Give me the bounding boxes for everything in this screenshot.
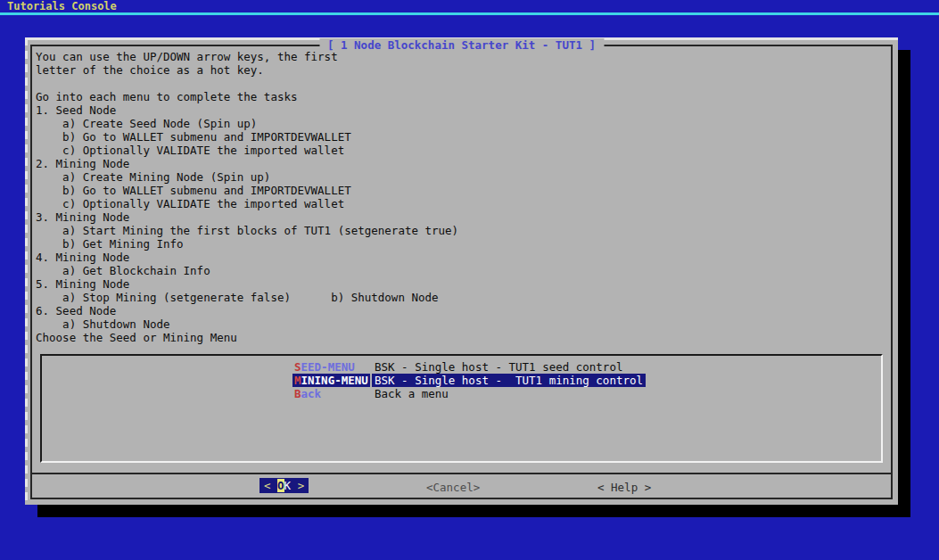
menu-tag-column: SEED-MENU [292,360,372,374]
help-button[interactable]: < Help > [597,481,651,494]
menu-item-description: BSK - Single host - TUT1 seed control [372,360,625,374]
menu-list-box: SEED-MENU BSK - Single host - TUT1 seed … [40,354,883,463]
dialog-button-strip: < OK > <Cancel> < Help > [32,473,891,498]
menu-tag-column: Back [292,387,372,400]
menu-tag-text: EED-MENU [301,360,355,374]
menu-item-description: BSK - Single host - TUT1 mining control [372,374,646,387]
cancel-button[interactable]: <Cancel> [426,481,480,494]
ok-label-rest: K [284,479,292,492]
dialog-frame: [ 1 Node Blockchain Starter Kit - TUT1 ]… [30,45,893,499]
menu-hotkey: S [294,360,301,374]
menu-item-seed-menu[interactable]: SEED-MENU BSK - Single host - TUT1 seed … [42,360,881,374]
menu-tag-text: INING-MENU [301,374,368,387]
menu-tag-column: MINING-MENU [292,374,372,387]
ok-bracket-left: < [264,479,277,492]
title-bar-divider [0,12,939,15]
menu-hotkey: B [294,387,301,400]
ok-hotkey: O [277,479,284,492]
menu-tag: SEED-MENU [292,360,357,374]
ok-button[interactable]: < OK > [259,478,309,493]
ok-bracket-right: > [291,479,304,492]
menu-tag: MINING-MENU [292,374,370,387]
menu-hotkey: M [294,374,301,387]
menu-item-description: Back a menu [372,387,451,400]
menu-item-back[interactable]: Back Back a menu [42,387,881,400]
console-title-bar: Tutorials Console [0,0,939,12]
dialog-left-highlight [25,37,28,505]
whiptail-dialog: [ 1 Node Blockchain Starter Kit - TUT1 ]… [25,37,898,505]
menu-item-mining-menu[interactable]: MINING-MENU BSK - Single host - TUT1 min… [42,374,881,387]
menu-tag: Back [292,387,323,400]
console-title: Tutorials Console [7,0,117,12]
dialog-body-text: You can use the UP/DOWN arrow keys, the … [36,50,458,344]
menu-tag-text: ack [301,387,322,400]
